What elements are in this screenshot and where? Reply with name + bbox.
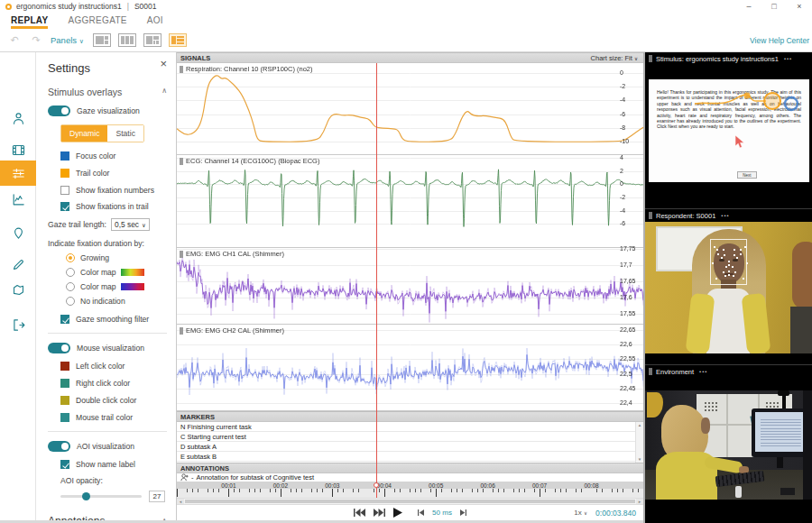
- marker-row[interactable]: D subtask A: [177, 442, 643, 452]
- imotions-app: ergonomics study instructions1 | S0001 –…: [0, 0, 812, 523]
- aoi-opacity-slider[interactable]: [60, 495, 142, 498]
- left-click-color-swatch[interactable]: [60, 362, 69, 371]
- timeline-scrollbar[interactable]: ◂ ▸: [177, 498, 643, 505]
- drag-grip-icon[interactable]: [180, 327, 183, 335]
- close-icon[interactable]: ×: [787, 0, 812, 13]
- panel-menu-icon[interactable]: •••: [784, 56, 792, 61]
- trail-color-swatch[interactable]: [60, 169, 69, 178]
- gaze-trail-length-select[interactable]: 0,5 sec∨: [111, 218, 150, 231]
- scroll-left-icon[interactable]: ◂: [177, 499, 184, 504]
- scrollbar-thumb[interactable]: [185, 500, 635, 503]
- signals-icon[interactable]: [0, 187, 36, 212]
- step-forward-button[interactable]: [460, 509, 466, 516]
- slider-thumb[interactable]: [82, 492, 90, 500]
- recordings-icon[interactable]: [0, 137, 36, 162]
- marker-row[interactable]: C Starting current test: [177, 432, 643, 442]
- panel-menu-icon[interactable]: •••: [721, 213, 729, 218]
- colormap-rainbow-radio[interactable]: Color map: [66, 268, 169, 277]
- right-click-color-swatch[interactable]: [60, 379, 69, 388]
- stimulus-overlays-header[interactable]: Stimulus overlays∧: [48, 87, 169, 97]
- chart-title: EMG: EMG CH1 CAL (Shimmer): [180, 250, 284, 258]
- maximize-icon[interactable]: □: [761, 0, 787, 13]
- drag-grip-icon[interactable]: [649, 55, 652, 62]
- signal-chart-ecg[interactable]: ECG: Channel 14 (ECG100C) (Biopac ECG) 4…: [177, 155, 643, 248]
- colormap-thermal-radio[interactable]: Color map: [66, 282, 169, 291]
- chevron-up-icon: ∧: [161, 87, 167, 95]
- mouse-visualization-toggle[interactable]: [48, 343, 70, 353]
- signal-chart-emg1[interactable]: EMG: EMG CH1 CAL (Shimmer) 17,7517,717,6…: [177, 248, 643, 325]
- annotation-label: Annotation for subtask of Cognitive test: [197, 473, 315, 482]
- aoi-opacity-value[interactable]: 27: [149, 491, 165, 502]
- y-axis-tick-label: 0: [620, 69, 642, 76]
- static-mode-button[interactable]: Static: [107, 125, 143, 142]
- no-indication-radio[interactable]: No indication: [66, 297, 169, 306]
- layout-4-icon-active[interactable]: [169, 33, 187, 47]
- redo-icon[interactable]: ↷: [29, 34, 43, 46]
- tab-aggregate[interactable]: AGGREGATE: [68, 15, 126, 29]
- tab-replay[interactable]: REPLAY: [11, 15, 48, 29]
- gaze-smoothing-checkbox[interactable]: Gaze smoothing filter: [60, 315, 169, 324]
- drag-grip-icon[interactable]: [649, 368, 652, 375]
- timeline-ruler[interactable]: 00:0100:0200:0300:0400:0500:0600:0700:08: [177, 482, 643, 498]
- dynamic-mode-button[interactable]: Dynamic: [61, 125, 107, 142]
- signal-chart-respiration[interactable]: Respiration: Channel 10 (RSP100C) (no2) …: [177, 63, 643, 155]
- layout-3-icon[interactable]: [143, 33, 161, 47]
- panel-menu-icon[interactable]: •••: [699, 369, 707, 374]
- y-axis-tick-label: 22,6: [620, 341, 642, 347]
- previous-marker-button[interactable]: [354, 509, 365, 517]
- replay-settings-icon[interactable]: [0, 161, 36, 186]
- aoi-shapes-icon[interactable]: [0, 277, 36, 302]
- focus-color-swatch[interactable]: [60, 151, 69, 161]
- ecg-waveform: [177, 155, 643, 247]
- show-fixation-numbers-checkbox[interactable]: Show fixation numbers: [60, 186, 169, 195]
- show-fixations-in-trail-checkbox[interactable]: Show fixations in trail: [60, 202, 169, 211]
- settings-title: Settings: [48, 61, 169, 75]
- drag-grip-icon[interactable]: [180, 251, 183, 258]
- marker-row[interactable]: E subtask B: [177, 452, 643, 462]
- drag-grip-icon[interactable]: [180, 158, 183, 165]
- settings-close-icon[interactable]: ×: [160, 60, 167, 69]
- stimulus-video-header: Stimulus: ergonomics study instructions1…: [645, 52, 812, 65]
- environment-video-panel[interactable]: Environment •••: [645, 364, 812, 523]
- annotations-icon[interactable]: [0, 252, 36, 277]
- gaze-visualization-toggle[interactable]: [48, 106, 70, 116]
- layout-1-icon[interactable]: [93, 33, 111, 47]
- help-center-link[interactable]: View Help Center: [750, 36, 809, 45]
- tab-aoi[interactable]: AOI: [147, 15, 163, 29]
- undo-icon[interactable]: ↶: [7, 34, 22, 46]
- y-axis-tick-label: 22,65: [620, 326, 642, 333]
- panels-dropdown[interactable]: Panels ∨: [51, 35, 84, 45]
- growing-radio[interactable]: Growing: [66, 253, 169, 262]
- aoi-visualization-toggle[interactable]: [48, 441, 70, 452]
- checkbox-checked-icon: [60, 202, 69, 211]
- gaze-mapping-icon[interactable]: [0, 220, 36, 245]
- marker-row[interactable]: N Finishing current task: [177, 422, 643, 432]
- camera-head: [778, 390, 789, 396]
- playhead-line[interactable]: [376, 63, 378, 498]
- markers-scrollbar[interactable]: ▲ ▼: [635, 422, 643, 463]
- export-icon[interactable]: [0, 312, 36, 337]
- annotation-row[interactable]: - Annotation for subtask of Cognitive te…: [177, 473, 643, 482]
- drag-grip-icon[interactable]: [649, 212, 652, 219]
- aoi-visualization-row: AOI visualization: [48, 441, 169, 452]
- step-size-dropdown[interactable]: 50 ms: [432, 509, 452, 517]
- signal-chart-emg2[interactable]: EMG: EMG CH2 CAL (Shimmer) 22,6522,622,5…: [177, 325, 643, 411]
- respondent-video-panel[interactable]: Respondent: S0001 •••: [645, 208, 812, 364]
- step-back-button[interactable]: [418, 509, 424, 516]
- respondents-icon[interactable]: [0, 106, 36, 131]
- mouse-trail-color-swatch[interactable]: [60, 413, 69, 422]
- show-name-label-checkbox[interactable]: Show name label: [60, 460, 169, 469]
- scroll-right-icon[interactable]: ▸: [636, 499, 643, 504]
- play-button[interactable]: [393, 508, 402, 518]
- respondent-video-title: Respondent: S0001: [656, 212, 715, 220]
- scroll-down-icon[interactable]: ▼: [636, 457, 643, 462]
- layout-2-icon[interactable]: [118, 33, 136, 47]
- double-click-color-swatch[interactable]: [60, 396, 69, 405]
- scroll-up-icon[interactable]: ▲: [636, 423, 643, 427]
- drag-grip-icon[interactable]: [180, 66, 183, 73]
- minimize-icon[interactable]: –: [736, 0, 761, 13]
- stimulus-video-panel[interactable]: Stimulus: ergonomics study instructions1…: [645, 52, 812, 208]
- playback-speed-dropdown[interactable]: 1x ∨: [574, 509, 587, 517]
- emg1-waveform: [177, 248, 643, 324]
- next-marker-button[interactable]: [374, 509, 385, 517]
